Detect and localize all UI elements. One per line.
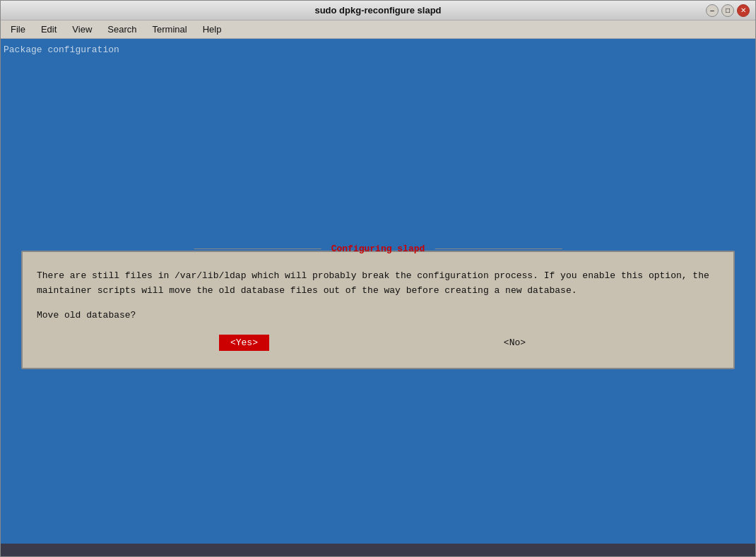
menubar: File Edit View Search Terminal Help bbox=[1, 20, 755, 39]
close-icon: ✕ bbox=[740, 6, 746, 14]
dialog-question: Move old database? bbox=[37, 310, 719, 321]
maximize-icon: □ bbox=[726, 6, 730, 14]
no-button[interactable]: <No> bbox=[492, 335, 537, 351]
dialog-title-bar: Configuring slapd bbox=[194, 244, 562, 254]
maximize-button[interactable]: □ bbox=[721, 4, 734, 17]
terminal-area: Package configuration Configuring slapd … bbox=[1, 39, 755, 556]
close-button[interactable]: ✕ bbox=[737, 4, 750, 17]
configure-slapd-dialog: Configuring slapd There are still files … bbox=[21, 251, 735, 369]
dialog-message-line1: There are still files in /var/lib/ldap w… bbox=[37, 270, 709, 281]
menu-edit[interactable]: Edit bbox=[34, 23, 64, 36]
terminal-window: sudo dpkg-reconfigure slapd – □ ✕ File E… bbox=[0, 0, 756, 557]
dialog-content: There are still files in /var/lib/ldap w… bbox=[23, 252, 733, 368]
minimize-button[interactable]: – bbox=[706, 4, 719, 17]
menu-terminal[interactable]: Terminal bbox=[146, 23, 194, 36]
window-title: sudo dpkg-reconfigure slapd bbox=[314, 5, 441, 16]
dialog-title-line-right bbox=[435, 248, 562, 249]
menu-help[interactable]: Help bbox=[196, 23, 229, 36]
dialog-overlay: Configuring slapd There are still files … bbox=[21, 251, 735, 369]
dialog-title-line-left bbox=[194, 248, 321, 249]
package-config-label: Package configuration bbox=[4, 44, 119, 55]
menu-file[interactable]: File bbox=[4, 23, 33, 36]
dialog-message-line2: maintainer scripts will move the old dat… bbox=[37, 285, 577, 296]
window-controls: – □ ✕ bbox=[706, 4, 750, 17]
menu-search[interactable]: Search bbox=[100, 23, 143, 36]
dialog-message: There are still files in /var/lib/ldap w… bbox=[37, 269, 719, 299]
menu-view[interactable]: View bbox=[65, 23, 99, 36]
dialog-title: Configuring slapd bbox=[327, 244, 430, 254]
minimize-icon: – bbox=[710, 6, 714, 14]
yes-button[interactable]: <Yes> bbox=[219, 335, 269, 351]
terminal-status-bar bbox=[1, 544, 755, 556]
titlebar: sudo dpkg-reconfigure slapd – □ ✕ bbox=[1, 1, 755, 20]
dialog-buttons: <Yes> <No> bbox=[37, 335, 719, 351]
